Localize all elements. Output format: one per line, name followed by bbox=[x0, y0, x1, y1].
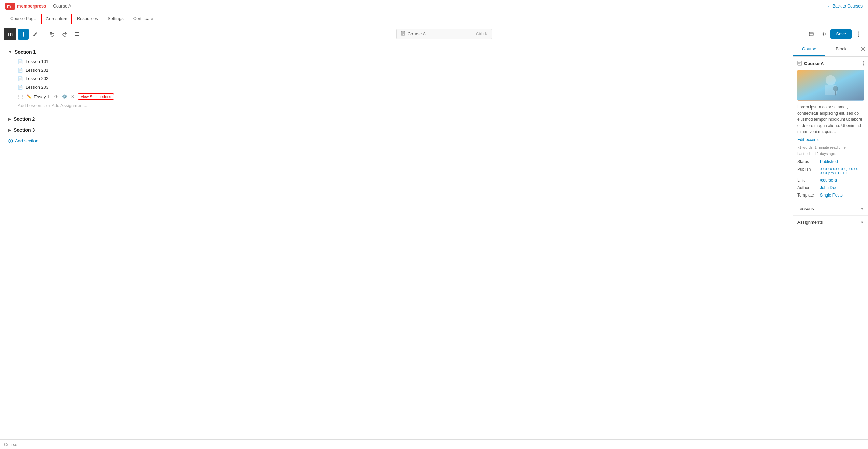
lesson-203-label: Lesson 203 bbox=[26, 85, 48, 90]
lesson-203-icon: 📄 bbox=[18, 85, 23, 90]
svg-point-23 bbox=[826, 75, 836, 85]
section-2-collapse-icon: ▶ bbox=[8, 117, 11, 121]
lesson-203-item[interactable]: 📄 Lesson 203 bbox=[8, 83, 785, 91]
undo-button[interactable] bbox=[47, 29, 58, 40]
nav-tabs: Course Page Curriculum Resources Setting… bbox=[0, 12, 868, 26]
essay-settings-icon[interactable]: ⚙️ bbox=[61, 93, 68, 100]
section-2-title: Section 2 bbox=[14, 116, 35, 122]
tab-certificate[interactable]: Certificate bbox=[128, 13, 158, 25]
section-3-header[interactable]: ▶ Section 3 bbox=[8, 127, 785, 133]
svg-point-11 bbox=[823, 33, 824, 34]
svg-rect-16 bbox=[798, 61, 802, 65]
list-view-button[interactable] bbox=[71, 29, 82, 40]
essay-view-icon[interactable]: 👁 bbox=[53, 93, 60, 100]
svg-rect-9 bbox=[809, 32, 813, 36]
assignments-chevron-icon: ▼ bbox=[860, 220, 864, 224]
essay-1-label: Essay 1 bbox=[34, 94, 50, 99]
template-value[interactable]: Single Posts bbox=[820, 193, 843, 198]
toolbar: m Course A Ctrl+K Save bbox=[0, 26, 868, 42]
section-1-title: Section 1 bbox=[15, 49, 36, 55]
link-row: Link /course-a bbox=[797, 178, 864, 183]
lesson-101-icon: 📄 bbox=[18, 59, 23, 64]
section-1-header[interactable]: ▼ Section 1 bbox=[8, 49, 785, 55]
assignments-collapsible-header[interactable]: Assignments ▼ bbox=[793, 216, 868, 229]
link-value[interactable]: /course-a bbox=[820, 178, 837, 183]
drag-handle-icon[interactable]: ⋮⋮ bbox=[16, 94, 25, 99]
logo-area: m memberpress bbox=[5, 3, 46, 10]
tab-course-page[interactable]: Course Page bbox=[5, 13, 41, 25]
toolbar-separator-1 bbox=[44, 30, 44, 38]
tab-settings[interactable]: Settings bbox=[103, 13, 128, 25]
svg-point-20 bbox=[863, 63, 864, 64]
right-tab-course[interactable]: Course bbox=[793, 43, 825, 56]
lesson-201-icon: 📄 bbox=[18, 68, 23, 73]
essay-edit-icon[interactable]: ✏️ bbox=[27, 94, 32, 99]
shortcut-hint: Ctrl+K bbox=[476, 32, 488, 37]
template-label: Template bbox=[797, 193, 818, 198]
course-label-top: Course A bbox=[53, 3, 71, 9]
course-document-icon bbox=[797, 61, 802, 67]
svg-rect-4 bbox=[75, 35, 79, 36]
add-block-button[interactable] bbox=[18, 29, 29, 40]
view-submissions-button[interactable]: View Submissions bbox=[78, 93, 114, 100]
section-3-collapse-icon: ▶ bbox=[8, 128, 11, 132]
wp-logo-btn[interactable]: m bbox=[4, 28, 16, 40]
toolbar-right: Save bbox=[806, 29, 864, 40]
add-section-label: Add section bbox=[15, 138, 38, 143]
lesson-201-item[interactable]: 📄 Lesson 201 bbox=[8, 66, 785, 74]
course-meta-text: 71 words, 1 minute read time.Last edited… bbox=[797, 145, 864, 157]
template-row: Template Single Posts bbox=[797, 193, 864, 198]
status-value[interactable]: Published bbox=[820, 159, 838, 164]
add-lesson-link[interactable]: Add Lesson... bbox=[18, 103, 45, 108]
add-section-row[interactable]: Add section bbox=[8, 138, 785, 143]
essay-1-actions: 👁 ⚙️ ✕ View Submissions bbox=[53, 93, 114, 100]
svg-point-19 bbox=[863, 61, 864, 62]
author-value[interactable]: John Doe bbox=[820, 185, 837, 190]
document-icon bbox=[401, 31, 405, 37]
right-panel-tabs: Course Block bbox=[793, 43, 857, 56]
status-label: Status bbox=[797, 159, 818, 164]
course-block-header: Course A bbox=[797, 61, 864, 67]
add-lesson-row: Add Lesson... or Add Assignment... bbox=[8, 102, 785, 111]
redo-button[interactable] bbox=[59, 29, 70, 40]
course-block-title-area: Course A bbox=[797, 61, 824, 67]
options-menu-button[interactable] bbox=[853, 29, 864, 40]
brand-name: memberpress bbox=[17, 3, 46, 9]
lesson-101-item[interactable]: 📄 Lesson 101 bbox=[8, 57, 785, 66]
right-tab-block[interactable]: Block bbox=[825, 43, 857, 56]
course-block-title: Course A bbox=[804, 61, 824, 66]
lesson-202-icon: 📄 bbox=[18, 76, 23, 81]
edit-tool-button[interactable] bbox=[30, 29, 41, 40]
add-section-icon bbox=[8, 139, 13, 143]
status-row: Status Published bbox=[797, 159, 864, 164]
lessons-chevron-icon: ▼ bbox=[860, 207, 864, 211]
course-block-menu-icon[interactable] bbox=[863, 61, 864, 67]
section-2-header[interactable]: ▶ Section 2 bbox=[8, 116, 785, 122]
svg-point-13 bbox=[858, 33, 859, 34]
right-panel: Course Block Course A bbox=[793, 42, 868, 439]
tab-resources[interactable]: Resources bbox=[72, 13, 103, 25]
tab-curriculum[interactable]: Curriculum bbox=[41, 14, 72, 24]
svg-rect-2 bbox=[75, 32, 79, 33]
section-1-collapse-icon: ▼ bbox=[8, 50, 12, 54]
svg-point-14 bbox=[858, 35, 859, 37]
add-assignment-link[interactable]: Add Assignment... bbox=[52, 103, 87, 108]
right-panel-close-button[interactable] bbox=[857, 42, 868, 56]
preview-icon-button[interactable] bbox=[806, 29, 817, 40]
lessons-section: Lessons ▼ bbox=[793, 202, 868, 215]
view-button[interactable] bbox=[818, 29, 829, 40]
course-excerpt-text: Lorem ipsum dolor sit amet, consectetur … bbox=[797, 104, 864, 135]
back-to-courses-link[interactable]: ← Back to Courses bbox=[827, 4, 863, 9]
lesson-202-item[interactable]: 📄 Lesson 202 bbox=[8, 74, 785, 83]
svg-point-21 bbox=[863, 64, 864, 66]
status-bar: Course bbox=[0, 439, 868, 449]
publish-value[interactable]: XXXXXXXX XX, XXXX XXX pm UTC+0 bbox=[820, 167, 864, 175]
course-name-field[interactable]: Course A Ctrl+K bbox=[396, 29, 492, 39]
lessons-label: Lessons bbox=[797, 206, 814, 211]
save-button[interactable]: Save bbox=[830, 29, 852, 39]
assignments-section: Assignments ▼ bbox=[793, 215, 868, 229]
lessons-collapsible-header[interactable]: Lessons ▼ bbox=[793, 202, 868, 215]
essay-close-icon[interactable]: ✕ bbox=[69, 93, 76, 100]
edit-excerpt-link[interactable]: Edit excerpt bbox=[797, 137, 819, 142]
essay-1-item[interactable]: ⋮⋮ ✏️ Essay 1 👁 ⚙️ ✕ View Submissions bbox=[8, 91, 785, 102]
